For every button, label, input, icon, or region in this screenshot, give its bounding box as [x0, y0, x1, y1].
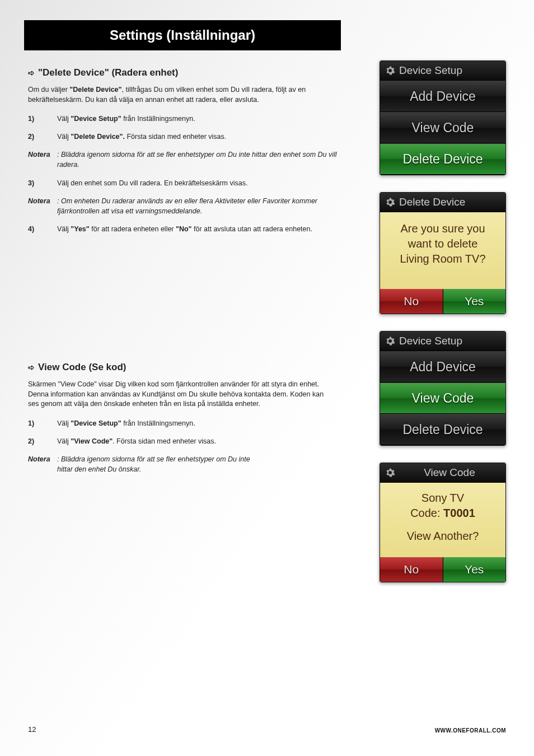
screen-viewcode-result: View Code Sony TV Code: T0001 View Anoth… — [380, 463, 506, 582]
page-title-bar: Settings (Inställningar) — [24, 20, 341, 50]
note-row: Notera : Bläddra igenom sidorna för att … — [28, 454, 263, 474]
section-heading-viewcode: ➪ View Code (Se kod) — [28, 362, 325, 373]
gear-icon — [386, 468, 395, 477]
no-button[interactable]: No — [380, 557, 443, 582]
step-row: 1) Välj "Device Setup" från Inställnings… — [28, 114, 341, 124]
screen-device-setup-viewcode: Device Setup Add Device View Code Delete… — [380, 331, 506, 446]
step-row: 2) Välj "View Code". Första sidan med en… — [28, 436, 325, 446]
page-title: Settings (Inställningar) — [110, 27, 255, 43]
gear-icon — [386, 337, 395, 346]
arrow-icon: ➪ — [28, 363, 35, 371]
screen-title: View Code — [380, 463, 505, 483]
section2-intro: Skärmen "View Code" visar Dig vilken kod… — [28, 380, 325, 409]
section-heading-delete: ➪ "Delete Device" (Radera enhet) — [28, 67, 341, 78]
section1-intro: Om du väljer "Delete Device", tillfrågas… — [28, 85, 341, 105]
screen-title: Delete Device — [380, 193, 505, 212]
page-number: 12 — [28, 725, 36, 734]
menu-view-code[interactable]: View Code — [380, 382, 505, 414]
menu-add-device[interactable]: Add Device — [380, 351, 505, 382]
yes-button[interactable]: Yes — [443, 557, 506, 582]
menu-view-code[interactable]: View Code — [380, 112, 505, 143]
no-button[interactable]: No — [380, 289, 443, 314]
arrow-icon: ➪ — [28, 69, 35, 77]
confirm-body: Are you sure you want to delete Living R… — [380, 212, 505, 289]
gear-icon — [386, 198, 395, 207]
step-row: 4) Välj "Yes" för att radera enheten ell… — [28, 224, 341, 234]
yes-button[interactable]: Yes — [443, 289, 506, 314]
step-row: 3) Välj den enhet som Du vill radera. En… — [28, 178, 341, 188]
menu-add-device[interactable]: Add Device — [380, 81, 505, 112]
note-row: Notera : Om enheten Du raderar används a… — [28, 196, 341, 216]
screen-device-setup-delete: Device Setup Add Device View Code Delete… — [380, 60, 506, 175]
step-row: 1) Välj "Device Setup" från Inställnings… — [28, 418, 325, 428]
screen-title: Device Setup — [380, 61, 505, 81]
screen-delete-confirm: Delete Device Are you sure you want to d… — [380, 192, 506, 314]
menu-delete-device[interactable]: Delete Device — [380, 143, 505, 175]
step-row: 2) Välj "Delete Device". Första sidan me… — [28, 132, 341, 142]
footer-url: WWW.ONEFORALL.COM — [435, 727, 506, 734]
viewcode-body: Sony TV Code: T0001 View Another? — [380, 483, 505, 557]
screen-title: Device Setup — [380, 332, 505, 351]
note-row: Notera : Bläddra igenom sidorna för att … — [28, 150, 341, 170]
menu-delete-device[interactable]: Delete Device — [380, 414, 505, 445]
gear-icon — [386, 66, 395, 75]
